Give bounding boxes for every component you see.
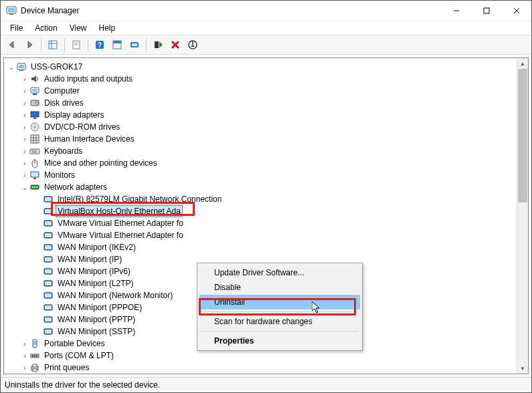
vertical-scrollbar[interactable]: ▲ ▼	[517, 58, 528, 374]
tree-item-label: WAN Miniport (IPv6)	[56, 266, 132, 277]
help-button[interactable]: ?	[92, 37, 107, 52]
menu-action[interactable]: Action	[29, 22, 62, 34]
tree-device[interactable]: VMware Virtual Ethernet Adapter fo	[5, 229, 517, 241]
context-menu-item[interactable]: Properties	[199, 334, 360, 348]
svg-rect-32	[31, 112, 39, 117]
properties-button[interactable]	[69, 37, 84, 52]
expand-icon[interactable]: ›	[20, 364, 29, 372]
tree-item-label: Network adapters	[43, 182, 108, 192]
svg-rect-86	[33, 369, 37, 372]
tree-category[interactable]: ›Keyboards	[5, 145, 517, 157]
update-driver-button[interactable]	[151, 37, 165, 52]
svg-rect-41	[30, 149, 39, 154]
scroll-up-icon[interactable]: ▲	[517, 58, 528, 69]
status-text: Uninstalls the driver for the selected d…	[5, 380, 160, 390]
svg-rect-51	[32, 186, 33, 188]
context-menu-item[interactable]: Update Driver Software...	[199, 265, 360, 280]
tree-category[interactable]: ›Ports (COM & LPT)	[5, 350, 517, 362]
svg-rect-69	[45, 281, 52, 285]
tree-device[interactable]: WAN Miniport (IKEv2)	[5, 241, 517, 253]
window-title: Device Manager	[21, 6, 441, 15]
tree-root[interactable]: ⌄USS-GROK17	[5, 61, 517, 73]
tree-item-label: WAN Miniport (Network Monitor)	[56, 290, 174, 301]
uninstall-button[interactable]	[168, 37, 183, 52]
disable-button[interactable]	[185, 37, 200, 52]
tree-device[interactable]: Intel(R) 82579LM Gigabit Network Connect…	[5, 193, 517, 205]
tree-category[interactable]: ›Display adapters	[5, 109, 517, 121]
menu-view[interactable]: View	[64, 22, 92, 34]
tree-item-label: WAN Miniport (L2TP)	[56, 278, 135, 289]
tree-category[interactable]: ›DVD/CD-ROM drives	[5, 121, 517, 133]
expand-icon[interactable]: ›	[20, 76, 29, 83]
svg-rect-25	[19, 65, 24, 68]
show-hide-tree-button[interactable]	[46, 37, 60, 52]
menu-file[interactable]: File	[5, 22, 28, 34]
svg-rect-52	[34, 186, 35, 188]
network-adapter-icon	[43, 194, 54, 205]
tree-item-label: Computer	[43, 86, 81, 96]
svg-rect-1	[8, 8, 15, 12]
svg-rect-75	[45, 317, 52, 321]
expand-icon[interactable]: ›	[20, 352, 29, 360]
tree-category[interactable]: ›Human Interface Devices	[5, 133, 517, 145]
expand-icon[interactable]: ›	[20, 124, 29, 131]
expand-icon[interactable]: ›	[20, 100, 29, 107]
network-adapter-icon	[43, 218, 54, 229]
tree-item-label: Portable Devices	[43, 338, 106, 349]
svg-rect-44	[35, 150, 37, 151]
minimize-button[interactable]	[441, 1, 471, 21]
tree-category[interactable]: ›Audio inputs and outputs	[5, 73, 517, 85]
tree-item-label: Intel(R) 82579LM Gigabit Network Connect…	[56, 194, 223, 205]
tree-device[interactable]: VMware Virtual Ethernet Adapter fo	[5, 217, 517, 229]
tree-category[interactable]: ›Monitors	[5, 169, 517, 181]
expand-icon[interactable]: ›	[20, 340, 29, 348]
close-button[interactable]	[501, 1, 531, 21]
svg-rect-18	[132, 43, 137, 46]
expand-icon[interactable]: ›	[20, 88, 29, 95]
menu-help[interactable]: Help	[94, 22, 121, 34]
expand-icon[interactable]: ›	[20, 160, 29, 167]
svg-rect-29	[33, 94, 37, 95]
panel-button[interactable]	[110, 37, 124, 52]
tree-item-label: Display adapters	[43, 110, 105, 120]
context-menu-item[interactable]: Disable	[199, 280, 360, 295]
svg-rect-55	[45, 197, 52, 201]
tree-device[interactable]: VirtualBox Host-Only Ethernet Ada	[5, 205, 517, 217]
tree-category[interactable]: ›Print queues	[5, 362, 517, 374]
maximize-button[interactable]	[471, 1, 501, 21]
expand-icon[interactable]: ›	[20, 172, 29, 179]
svg-rect-82	[34, 355, 35, 357]
expand-icon[interactable]: ›	[20, 136, 29, 143]
svg-rect-49	[33, 178, 36, 179]
network-adapter-icon	[43, 254, 54, 265]
network-adapter-icon	[43, 302, 54, 313]
network-adapter-icon	[43, 326, 54, 337]
svg-rect-57	[45, 209, 52, 213]
scan-hardware-button[interactable]	[127, 37, 142, 52]
menu-bar: File Action View Help	[1, 21, 531, 35]
tree-category[interactable]: ⌄Network adapters	[5, 181, 517, 193]
collapse-icon[interactable]: ⌄	[20, 184, 29, 191]
svg-rect-77	[45, 330, 52, 334]
tree-category[interactable]: ›Mice and other pointing devices	[5, 157, 517, 169]
keyboard-icon	[29, 146, 40, 156]
scrollbar-thumb[interactable]	[518, 69, 527, 203]
context-menu-item[interactable]: Scan for hardware changes	[199, 314, 360, 329]
expand-icon[interactable]: ›	[20, 112, 29, 119]
collapse-icon[interactable]: ⌄	[7, 63, 16, 71]
toolbar-separator	[41, 38, 41, 51]
disk-icon	[29, 98, 40, 108]
svg-rect-2	[9, 14, 13, 15]
scroll-down-icon[interactable]: ▼	[517, 363, 528, 374]
toolbar-separator	[146, 38, 147, 51]
svg-rect-42	[31, 150, 33, 151]
context-menu-item[interactable]: Uninstall	[199, 295, 360, 309]
tree-item-label: Mice and other pointing devices	[43, 158, 159, 168]
expand-icon[interactable]: ›	[20, 148, 29, 155]
back-button[interactable]	[5, 37, 19, 52]
forward-button[interactable]	[22, 37, 37, 52]
tree-category[interactable]: ›Computer	[5, 85, 517, 97]
tree-category[interactable]: ›Disk drives	[5, 97, 517, 109]
tree-item-label: WAN Miniport (PPTP)	[56, 314, 137, 325]
app-icon	[6, 5, 17, 16]
